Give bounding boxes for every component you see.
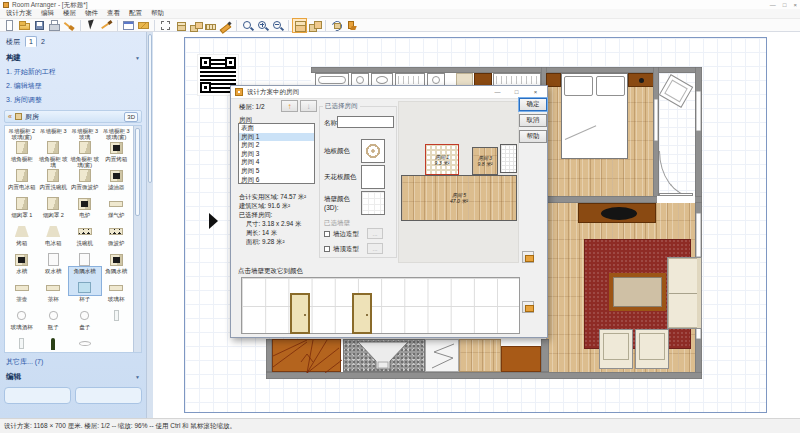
build-step-link[interactable]: 3. 房间调整 [4, 93, 142, 107]
door-leaf[interactable] [659, 193, 693, 196]
kitchen-counter[interactable] [501, 346, 541, 372]
floor-tab[interactable]: 2 [37, 36, 49, 47]
room-name-input[interactable] [337, 116, 394, 128]
library-scrollbar[interactable] [133, 126, 141, 352]
separator[interactable] [80, 20, 81, 31]
library-item[interactable]: 内置洗碗机 [38, 183, 70, 211]
library-item[interactable]: 杯子 [69, 295, 101, 323]
library-item[interactable]: 双水槽 [38, 267, 70, 295]
chevron-down-icon[interactable]: ▼ [135, 55, 140, 61]
dialog-title-bar[interactable]: 设计方案中的房间 — □ × [231, 86, 547, 99]
nightstand[interactable] [628, 73, 654, 87]
menu-item[interactable]: 配置 [129, 9, 142, 18]
window-close-button[interactable]: × [793, 2, 797, 8]
separator[interactable] [236, 20, 237, 31]
stairs-direction-panel[interactable] [425, 339, 459, 372]
library-item[interactable]: 吊墙橱柜 3 玻璃 [69, 127, 101, 155]
view-3d-icon[interactable] [293, 19, 306, 32]
preview-room-1[interactable]: 房间 19.3 米² [425, 144, 459, 175]
separator[interactable] [154, 20, 155, 31]
add-object-icon[interactable] [174, 19, 187, 32]
dialog-maximize-button[interactable]: □ [509, 87, 524, 97]
window-minimize-button[interactable]: — [770, 2, 776, 8]
library-icon[interactable] [137, 19, 150, 32]
build-section-header[interactable]: 构建 ▼ [4, 50, 142, 65]
dialog-minimize-button[interactable]: — [490, 87, 505, 97]
edit-points-icon[interactable] [219, 19, 232, 32]
select-area-icon[interactable] [159, 19, 172, 32]
sidebar-scrollbar[interactable] [146, 32, 153, 418]
preview-room-3[interactable]: 房间 39.8 米² [472, 147, 498, 175]
library-item[interactable]: 茶杯 [38, 295, 70, 323]
menu-item[interactable]: 楼层 [63, 9, 76, 18]
menu-item[interactable]: 查看 [107, 9, 120, 18]
room-list-item[interactable]: 房间 1 [239, 133, 314, 142]
rotate-3d-icon[interactable] [330, 19, 343, 32]
wall-color-swatch[interactable] [361, 191, 385, 215]
move-room-up-button[interactable]: ↑ [281, 100, 298, 112]
library-item[interactable]: 墙角橱柜 [6, 155, 38, 183]
wall-top-molding-browse-button[interactable]: ... [367, 243, 383, 254]
back-icon[interactable]: « [8, 113, 12, 120]
library-item[interactable]: 电冰箱 [38, 239, 70, 267]
library-item[interactable]: 水槽 [6, 267, 38, 295]
save-icon[interactable] [33, 19, 46, 32]
zoom-out-icon[interactable] [271, 19, 284, 32]
paint-icon[interactable] [100, 19, 113, 32]
walkthrough-icon[interactable] [345, 19, 358, 32]
library-item[interactable]: 玻璃酒杯 [6, 323, 38, 351]
library-item[interactable]: 内置烤箱 [101, 155, 133, 183]
separator[interactable] [325, 20, 326, 31]
zoom-in-icon[interactable] [256, 19, 269, 32]
library-item[interactable]: 烤箱 [6, 239, 38, 267]
preview-room-tiled[interactable] [500, 144, 517, 173]
room-preview-panel[interactable]: 房间 19.3 米² 房间 39.8 米² 房间 547.0 米² [398, 101, 519, 263]
wall-bottom[interactable] [266, 372, 702, 379]
chevron-down-icon[interactable]: ▼ [135, 374, 140, 380]
library-item[interactable]: 玻璃杯 [101, 295, 133, 323]
library-item[interactable]: 洗碗机 [69, 239, 101, 267]
window[interactable] [696, 91, 701, 131]
dialog-close-button[interactable]: × [528, 87, 543, 97]
staircase[interactable] [272, 339, 341, 372]
find-icon[interactable] [241, 19, 254, 32]
room-list-item[interactable]: 表面 [239, 124, 314, 133]
library-item[interactable]: 烟囱罩 2 [38, 211, 70, 239]
wall-preview-3d-button[interactable] [522, 301, 534, 313]
floor-color-swatch[interactable] [361, 139, 385, 163]
wall-interior[interactable] [541, 339, 549, 372]
room-list-item[interactable]: 房间 5 [239, 167, 314, 176]
library-item[interactable]: 吊墙橱柜 2 玻璃(窗) [6, 127, 38, 155]
build-step-link[interactable]: 1. 开始新的工程 [4, 65, 142, 79]
library-item[interactable]: 角隅水槽 [69, 267, 101, 295]
library-item[interactable]: 吊墙橱柜 3 [38, 127, 70, 155]
pointer-icon[interactable] [85, 19, 98, 32]
library-item[interactable]: 内置微波炉 [69, 183, 101, 211]
library-item[interactable]: 瓶子 [38, 323, 70, 351]
door-elevation[interactable] [290, 293, 310, 334]
window[interactable] [654, 99, 658, 141]
nightstand[interactable] [546, 73, 561, 87]
sofa[interactable] [667, 257, 702, 329]
preview-3d-button[interactable] [522, 251, 534, 263]
wall-base-molding-checkbox[interactable] [324, 231, 330, 237]
separator[interactable] [288, 20, 289, 31]
wall-elevation-strip[interactable] [241, 277, 520, 334]
library-header[interactable]: « 厨房 3D [4, 110, 142, 123]
ceiling-color-swatch[interactable] [361, 165, 385, 189]
other-libraries-link[interactable]: 其它库... (7) [4, 353, 142, 369]
wall-base-molding-browse-button[interactable]: ... [367, 228, 383, 239]
panel-collapse-arrow[interactable] [209, 213, 218, 229]
preview-room-5[interactable]: 房间 547.0 米² [401, 175, 517, 221]
stone-floor[interactable] [343, 339, 425, 372]
build-step-link[interactable]: 2. 编辑墙壁 [4, 79, 142, 93]
room-list-item[interactable]: 房间 3 [239, 150, 314, 159]
library-item[interactable]: 盘子 [69, 323, 101, 351]
library-item[interactable]: 煤气炉 [101, 211, 133, 239]
copy-3d-icon[interactable] [308, 19, 321, 32]
floor-tab[interactable]: 1 [25, 36, 37, 47]
menu-item[interactable]: 物件 [85, 9, 98, 18]
library-item[interactable]: 吊墙橱柜 3 玻璃(窗) [101, 127, 133, 155]
ok-button[interactable]: 确定 [519, 98, 547, 111]
library-item[interactable]: 滤油器 [101, 183, 133, 211]
